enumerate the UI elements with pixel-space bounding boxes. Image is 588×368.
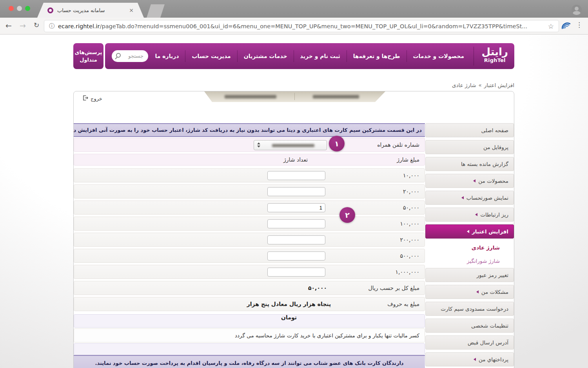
charge-count-input[interactable] [267, 251, 325, 261]
forward-button[interactable]: → [20, 21, 26, 30]
search-icon [115, 53, 121, 59]
redacted-account-number [313, 95, 359, 98]
nav-item[interactable]: درباره ما [149, 50, 186, 62]
nav-items: محصولات و خدماتطرح‌ها و تعرفه‌هاثبت نام … [149, 50, 470, 62]
browser-chrome: سامانه مدیریت حساب × ← → ↻ ⓘ ecare.right… [0, 0, 588, 35]
url-host: ecare.rightel.ir [58, 23, 100, 29]
logo-english: RighTel [482, 58, 508, 63]
sidebar-item[interactable]: تغییر رمز عبور [425, 268, 514, 282]
sidebar-item-label: مشکلات من [481, 289, 508, 295]
browser-toolbar: ← → ↻ ⓘ ecare.rightel.ir/pageTab.do?menu… [0, 18, 588, 35]
url-text: ecare.rightel.ir/pageTab.do?menuId=ssmen… [58, 23, 527, 29]
sidebar-item[interactable]: محصولات من [425, 174, 514, 188]
sidebar-subitem[interactable]: شارژ عادی [425, 241, 514, 254]
content-box: خروج صفحه اصلیپروفایل منگزارش مانده بسته… [73, 91, 514, 368]
back-button[interactable]: ← [5, 21, 12, 30]
chevron-left-icon [461, 196, 464, 199]
close-window-button[interactable] [9, 6, 14, 11]
breadcrumb: افزایش اعتبار»شارژ عادی [452, 82, 514, 88]
footer-banner: دارندگان کارت بانک های عضو شتاب می توانن… [74, 355, 425, 368]
amount-column-header: مبلغ شارژ [74, 154, 425, 165]
rightel-logo[interactable]: رایتل RighTel [482, 46, 508, 63]
address-bar[interactable]: ⓘ ecare.rightel.ir/pageTab.do?menuId=ssm… [44, 20, 559, 32]
tab-title: سامانه مدیریت حساب [57, 7, 105, 13]
nav-item[interactable]: مدیریت حساب [185, 50, 237, 62]
sidebar-item[interactable]: افزایش اعتبار [425, 224, 514, 239]
account-info-tab [204, 91, 385, 102]
charge-amount: ۵۰,۰۰۰ [74, 201, 425, 214]
step-1-badge: ۱ [329, 136, 345, 151]
faq-button[interactable]: پرسش‌های متداول [73, 43, 103, 69]
sidebar-item-label: درخواست مسدودی سیم کارت [441, 306, 508, 312]
tax-note: کسر مالیات تنها یکبار و برای مشترکین اعت… [74, 328, 425, 342]
charge-amount: ۱۰,۰۰۰ [74, 169, 425, 182]
sidebar-item-label: پرداختهاي من [479, 356, 508, 363]
charge-count-input[interactable] [267, 268, 325, 277]
sidebar-item[interactable]: صفحه اصلی [425, 123, 514, 137]
sidebar-item-label: صفحه اصلی [481, 127, 508, 133]
bookmark-star-icon[interactable]: ☆ [548, 22, 554, 30]
minimize-window-button[interactable] [17, 6, 22, 11]
sidebar-item-label: گزارش مانده بسته ها [461, 161, 508, 167]
logout-label: خروج [91, 96, 102, 102]
search-placeholder: جستجو [128, 50, 143, 62]
phone-number-select[interactable] [254, 140, 327, 150]
select-stepper-icon [257, 142, 260, 148]
sidebar-item[interactable]: پرداختهاي من [425, 352, 514, 366]
new-tab-button[interactable] [147, 4, 165, 18]
charge-row: ۵۰,۰۰۰ [74, 200, 425, 215]
sidebar-item-label: افزایش اعتبار [472, 228, 508, 235]
logo-farsi: رایتل [482, 46, 508, 58]
tab-strip: سامانه مدیریت حساب × [0, 0, 588, 18]
redacted-account-name [225, 95, 276, 98]
nav-item[interactable]: خدمات مشتریان [238, 50, 294, 62]
charge-count-input[interactable] [267, 171, 325, 180]
spacer-row [74, 343, 425, 355]
sidebar-item[interactable]: تنظیمات شخصی [425, 319, 514, 333]
charge-count-input[interactable] [267, 219, 325, 228]
browser-tab[interactable]: سامانه مدیریت حساب × [37, 3, 144, 18]
chevron-left-icon [467, 230, 469, 233]
search-input[interactable]: جستجو [112, 50, 148, 62]
nav-item[interactable]: ثبت نام و خرید [294, 50, 347, 62]
sidebar-item[interactable]: نمایش صورتحساب [425, 191, 514, 205]
sidebar-subitem[interactable]: شارژ شورانگیز [425, 255, 514, 267]
browser-profile-avatar[interactable] [572, 5, 582, 15]
charge-count-input[interactable] [267, 187, 325, 196]
sidebar-item[interactable]: گزارش مانده بسته ها [425, 157, 514, 171]
topup-form: در این قسمت مشترکین سیم کارت های اعتباری… [74, 123, 425, 368]
total-label: مبلغ کل بر حسب ریال [74, 281, 425, 295]
sidebar-item-label: محصولات من [478, 178, 508, 184]
browser-menu-icon[interactable]: ⋮ [576, 21, 583, 29]
charge-amount: ۲۰۰,۰۰۰ [74, 233, 425, 246]
nav-item[interactable]: محصولات و خدمات [407, 50, 470, 62]
charge-row: ۲۰۰,۰۰۰ [74, 233, 425, 247]
tab-close-icon[interactable]: × [129, 7, 134, 13]
breadcrumb-parent[interactable]: افزایش اعتبار [484, 82, 514, 88]
extension-icon[interactable] [561, 21, 571, 33]
total-row: مبلغ کل بر حسب ریال ۵۰,۰۰۰ [74, 281, 425, 295]
logout-icon [82, 95, 88, 102]
sidebar-item[interactable]: ریز ارتباطات [425, 208, 514, 222]
charge-row: ۱,۰۰۰,۰۰۰ [74, 265, 425, 279]
sidebar-item[interactable]: مشکلات من [425, 285, 514, 299]
sidebar-item-label: ریز ارتباطات [480, 211, 508, 218]
sidebar-item[interactable]: درخواست مسدودی سیم کارت [425, 302, 514, 316]
reload-button[interactable]: ↻ [34, 21, 39, 29]
sidebar-item[interactable]: پروفایل من [425, 140, 514, 154]
main-navbar: رایتل RighTel محصولات و خدماتطرح‌ها و تع… [105, 43, 514, 69]
phone-number-row: شماره تلفن همراه [74, 138, 425, 152]
window-controls [9, 6, 30, 11]
charge-count-input[interactable] [267, 203, 325, 212]
sidebar-item[interactable]: آدرس ارسال قبض [425, 335, 514, 350]
page-info-icon[interactable]: ⓘ [49, 23, 54, 30]
chevron-left-icon [475, 213, 477, 216]
chevron-left-icon [473, 179, 475, 182]
charge-count-input[interactable] [267, 235, 325, 244]
breadcrumb-separator: » [478, 82, 481, 88]
zoom-window-button[interactable] [25, 6, 30, 11]
nav-item[interactable]: طرح‌ها و تعرفه‌ها [347, 50, 407, 62]
logout-button[interactable]: خروج [82, 95, 102, 102]
amount-in-words-row: مبلغ به حروف پنجاه هزار ریال معادل پنج ه… [74, 297, 425, 311]
info-banner: در این قسمت مشترکین سیم کارت های اعتباری… [74, 123, 425, 137]
